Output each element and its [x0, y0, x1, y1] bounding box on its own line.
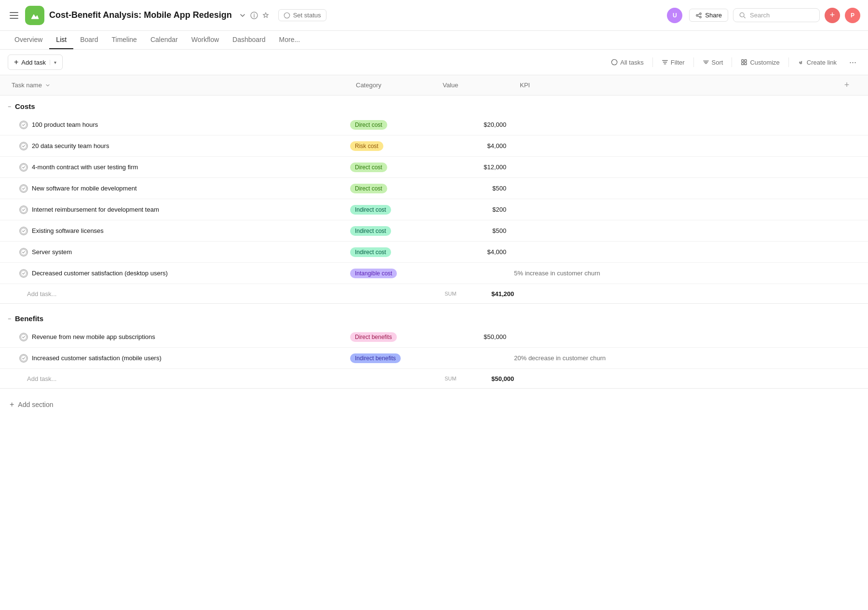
customize-label: Customize: [750, 59, 779, 66]
svg-rect-7: [742, 63, 744, 65]
task-row[interactable]: Internet reimbursement for development t…: [0, 199, 868, 220]
search-placeholder: Search: [750, 12, 770, 19]
title-actions: [239, 12, 270, 19]
info-icon[interactable]: [250, 12, 258, 19]
add-section-plus-icon: +: [10, 400, 14, 409]
customize-button[interactable]: Customize: [736, 56, 784, 68]
task-checkbox[interactable]: [19, 248, 28, 257]
task-row[interactable]: Existing software licenses Indirect cost…: [0, 220, 868, 242]
app-logo: [25, 6, 44, 25]
add-task-link-costs[interactable]: Add task...: [27, 290, 56, 298]
svg-point-3: [740, 13, 744, 17]
share-button[interactable]: Share: [689, 9, 728, 22]
task-checkbox[interactable]: [19, 333, 28, 341]
task-category-col: Risk cost: [346, 137, 433, 155]
task-name: Decreased customer satisfaction (desktop…: [32, 270, 168, 277]
task-category-col: Indirect cost: [346, 201, 433, 218]
col-chevron-icon[interactable]: [45, 82, 51, 88]
task-name-col: 20 data security team hours: [8, 137, 346, 155]
task-checkbox[interactable]: [19, 269, 28, 278]
section-toggle-costs[interactable]: −: [8, 103, 11, 110]
task-checkbox[interactable]: [19, 184, 28, 193]
section-toggle-benefits[interactable]: −: [8, 315, 11, 322]
table-header: Task name Category Value KPI +: [0, 75, 868, 95]
sort-icon: [703, 59, 709, 66]
task-name-col: Existing software licenses: [8, 222, 346, 240]
task-checkbox[interactable]: [19, 121, 28, 129]
sum-tag: SUM: [445, 376, 456, 381]
task-checkbox[interactable]: [19, 227, 28, 235]
nav-tab-workflow[interactable]: Workflow: [185, 31, 226, 49]
add-task-button[interactable]: + Add task ▾: [8, 54, 63, 70]
svg-rect-5: [742, 60, 744, 62]
task-row[interactable]: Decreased customer satisfaction (desktop…: [0, 263, 868, 284]
col-value-header: Value: [439, 77, 516, 94]
task-row[interactable]: Server system Indirect cost $4,000: [0, 242, 868, 263]
nav-tab-overview[interactable]: Overview: [8, 31, 49, 49]
add-column-button[interactable]: +: [837, 80, 856, 90]
category-badge[interactable]: Direct cost: [350, 163, 387, 172]
search-box[interactable]: Search: [733, 8, 820, 22]
task-name: Existing software licenses: [32, 227, 104, 234]
task-kpi-col: [510, 185, 841, 192]
filter-button[interactable]: Filter: [657, 56, 690, 68]
category-badge[interactable]: Risk cost: [350, 141, 383, 151]
add-task-caret-icon[interactable]: ▾: [50, 60, 56, 65]
task-kpi-col: [510, 163, 841, 171]
task-category-col: Indirect benefits: [346, 350, 433, 367]
create-link-button[interactable]: Create link: [793, 56, 841, 68]
nav-tab-more---[interactable]: More...: [272, 31, 307, 49]
task-checkbox[interactable]: [19, 142, 28, 150]
col-kpi-header: KPI +: [516, 75, 860, 95]
category-badge[interactable]: Intangible cost: [350, 269, 397, 278]
task-kpi-col: [510, 142, 841, 150]
task-checkbox[interactable]: [19, 354, 28, 363]
nav-tab-timeline[interactable]: Timeline: [105, 31, 144, 49]
category-badge[interactable]: Indirect cost: [350, 205, 391, 215]
task-checkbox[interactable]: [19, 205, 28, 214]
all-tasks-button[interactable]: All tasks: [606, 56, 648, 68]
task-row[interactable]: 100 product team hours Direct cost $20,0…: [0, 114, 868, 136]
category-badge[interactable]: Direct benefits: [350, 332, 397, 342]
category-badge[interactable]: Indirect cost: [350, 226, 391, 236]
task-name-col: 4-month contract with user testing firm: [8, 158, 346, 176]
sort-button[interactable]: Sort: [698, 56, 728, 68]
nav-tab-calendar[interactable]: Calendar: [144, 31, 185, 49]
star-icon[interactable]: [262, 12, 270, 19]
global-add-button[interactable]: +: [825, 8, 840, 23]
nav-tab-list[interactable]: List: [49, 31, 73, 49]
task-name-col: Decreased customer satisfaction (desktop…: [8, 264, 346, 283]
project-title: Cost-Benefit Analysis: Mobile App Redesi…: [49, 10, 232, 20]
more-options-button[interactable]: ···: [845, 55, 860, 69]
task-name: Server system: [32, 248, 72, 256]
task-kpi-col: 5% increase in customer churn: [510, 266, 841, 281]
section-title-benefits: Benefits: [15, 314, 43, 323]
task-row[interactable]: New software for mobile development Dire…: [0, 178, 868, 199]
set-status-button[interactable]: Set status: [278, 9, 326, 21]
category-badge[interactable]: Indirect benefits: [350, 353, 401, 363]
share-label: Share: [705, 12, 722, 19]
nav-tab-dashboard[interactable]: Dashboard: [226, 31, 272, 49]
hamburger-menu[interactable]: [8, 10, 20, 21]
chevron-down-icon[interactable]: [239, 12, 246, 19]
task-row[interactable]: Revenue from new mobile app subscription…: [0, 326, 868, 348]
avatar-secondary: U: [667, 8, 682, 23]
task-name: Revenue from new mobile app subscription…: [32, 333, 155, 340]
category-badge[interactable]: Indirect cost: [350, 247, 391, 257]
category-badge[interactable]: Direct cost: [350, 184, 387, 193]
svg-point-1: [254, 14, 254, 14]
add-section-button[interactable]: + Add section: [0, 393, 868, 417]
task-checkbox[interactable]: [19, 163, 28, 172]
task-row[interactable]: Increased customer satisfaction (mobile …: [0, 348, 868, 369]
category-badge[interactable]: Direct cost: [350, 120, 387, 130]
task-value-col: $500: [433, 223, 510, 238]
section-title-costs: Costs: [15, 102, 35, 110]
avatar-primary: P: [845, 8, 860, 23]
add-task-link-benefits[interactable]: Add task...: [27, 375, 56, 382]
nav-tab-board[interactable]: Board: [73, 31, 105, 49]
task-kpi-col: [510, 206, 841, 214]
task-row[interactable]: 4-month contract with user testing firm …: [0, 157, 868, 178]
task-row[interactable]: 20 data security team hours Risk cost $4…: [0, 136, 868, 157]
task-value-col: $12,000: [433, 160, 510, 175]
sum-row-benefits: Add task... SUM $50,000: [0, 369, 868, 389]
